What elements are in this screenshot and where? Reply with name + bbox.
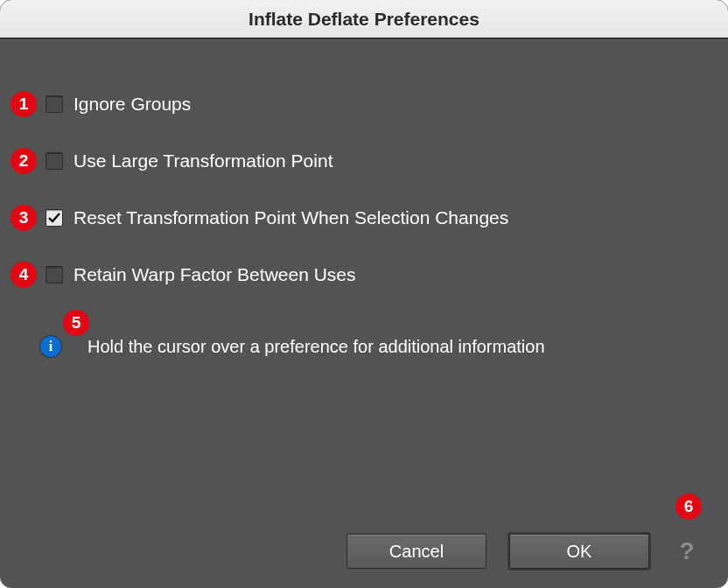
- window-title: Inflate Deflate Preferences: [248, 9, 480, 30]
- button-row: Cancel OK ?: [0, 534, 728, 569]
- info-row: i Hold the cursor over a preference for …: [40, 336, 545, 357]
- annotation-2: 2: [10, 148, 37, 174]
- option-retain-warp: 4 Retain Warp Factor Between Uses: [10, 262, 356, 288]
- checkbox-reset-point[interactable]: [46, 209, 63, 227]
- cancel-button[interactable]: Cancel: [346, 534, 486, 569]
- checkbox-retain-warp[interactable]: [46, 266, 63, 284]
- annotation-1: 1: [10, 91, 37, 117]
- ok-button[interactable]: OK: [509, 534, 649, 569]
- option-ignore-groups: 1 Ignore Groups: [10, 91, 191, 117]
- label-retain-warp: Retain Warp Factor Between Uses: [74, 264, 356, 285]
- titlebar: Inflate Deflate Preferences: [0, 0, 728, 38]
- content-area: 1 Ignore Groups 2 Use Large Transformati…: [0, 38, 728, 588]
- help-icon[interactable]: ?: [672, 537, 702, 565]
- preferences-window: Inflate Deflate Preferences 1 Ignore Gro…: [0, 0, 728, 588]
- annotation-5: 5: [63, 310, 89, 336]
- info-icon: i: [40, 336, 61, 357]
- option-large-point: 2 Use Large Transformation Point: [10, 148, 332, 174]
- info-text: Hold the cursor over a preference for ad…: [88, 337, 545, 357]
- checkbox-ignore-groups[interactable]: [46, 95, 63, 113]
- annotation-4: 4: [10, 262, 37, 288]
- option-reset-point: 3 Reset Transformation Point When Select…: [10, 205, 508, 231]
- checkbox-large-point[interactable]: [46, 152, 63, 170]
- label-reset-point: Reset Transformation Point When Selectio…: [74, 207, 508, 228]
- annotation-3: 3: [10, 205, 37, 231]
- annotation-6: 6: [676, 494, 702, 520]
- label-ignore-groups: Ignore Groups: [74, 94, 191, 115]
- label-large-point: Use Large Transformation Point: [74, 150, 332, 172]
